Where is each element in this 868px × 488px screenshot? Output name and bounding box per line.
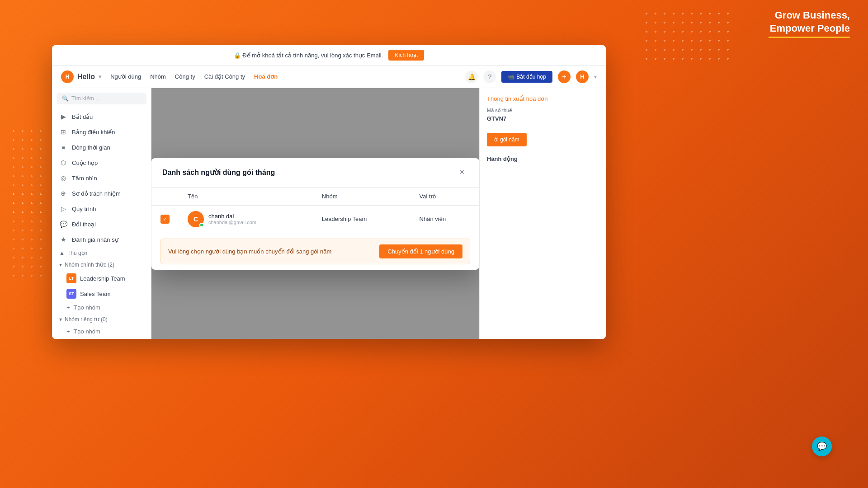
users-table: Tên Nhóm Vai trò ✓ xyxy=(151,188,479,233)
modal-title: Danh sách người dùng gói tháng xyxy=(162,168,275,177)
nav-settings[interactable]: Cài đặt Công ty xyxy=(204,73,245,80)
dots-decoration-left2 xyxy=(9,190,45,280)
verify-banner-text: 🔒 Để mở khoá tất cả tính năng, vui lòng … xyxy=(234,52,383,59)
sidebar-item-meetings[interactable]: ⬡ Cuộc họp xyxy=(52,155,151,170)
private-section-icon: ▾ xyxy=(59,316,62,323)
branding-underline xyxy=(769,37,850,38)
meetings-icon: ⬡ xyxy=(59,159,67,167)
responsibility-icon: ⊕ xyxy=(59,189,67,197)
nav-invoices[interactable]: Hoá đơn xyxy=(254,73,278,80)
leadership-team-avatar: LT xyxy=(66,273,76,283)
sidebar-evaluation-label: Đánh giá nhân sự xyxy=(72,236,118,243)
navbar-dropdown-icon[interactable]: ▾ xyxy=(99,74,101,80)
search-placeholder: Tìm kiếm ... xyxy=(71,95,100,102)
row-checkbox[interactable]: ✓ xyxy=(160,215,170,224)
sidebar-meetings-label: Cuộc họp xyxy=(72,160,98,166)
chat-icon: 💬 xyxy=(817,441,827,451)
sales-team-avatar: ST xyxy=(66,289,76,299)
leadership-team-label: Leadership Team xyxy=(80,275,125,282)
create-private-label: Tạo nhóm xyxy=(74,328,100,335)
chat-bubble-button[interactable]: 💬 xyxy=(812,436,832,456)
sidebar-vision-label: Tầm nhìn xyxy=(72,175,97,182)
row-checkbox-cell: ✓ xyxy=(151,205,179,233)
sidebar-collapse[interactable]: ▲ Thu gọn xyxy=(52,247,151,259)
table-row: ✓ C xyxy=(151,205,479,233)
branding-line2: Empower People xyxy=(769,22,850,35)
navbar-nav: Người dùng Nhóm Công ty Cài đặt Công ty … xyxy=(110,73,456,80)
modal-alert: Vui lòng chọn người dùng bạn muốn chuyển… xyxy=(160,239,470,264)
nav-groups[interactable]: Nhóm xyxy=(150,73,166,80)
user-list-modal: Danh sách người dùng gói tháng × Tên Nhó… xyxy=(151,158,479,270)
right-panel: Thông tin xuất hoá đơn Mã số thuế GTVN7 … xyxy=(479,88,606,339)
verify-banner: 🔒 Để mở khoá tất cả tính năng, vui lòng … xyxy=(52,45,606,66)
sidebar-item-process[interactable]: ▷ Quy trình xyxy=(52,201,151,216)
app-body: 🔍 Tìm kiếm ... ▶ Bắt đầu ⊞ Bảng điều khi… xyxy=(52,88,606,339)
sidebar-item-start[interactable]: ▶ Bắt đầu xyxy=(52,109,151,124)
convert-users-button[interactable]: Chuyển đổi 1 người dùng xyxy=(379,244,462,258)
dots-decoration-top xyxy=(642,9,732,63)
sidebar-item-responsibility[interactable]: ⊕ Sơ đồ trách nhiệm xyxy=(52,186,151,201)
user-cell: C chanh dai chanhdai@gmail.com xyxy=(188,211,304,227)
process-icon: ▷ xyxy=(59,205,67,213)
main-content: Danh sách người dùng gói tháng × Tên Nhó… xyxy=(151,88,479,339)
app-window: 🔒 Để mở khoá tất cả tính năng, vui lòng … xyxy=(52,45,606,339)
user-dropdown-icon[interactable]: ▾ xyxy=(594,74,597,80)
branding: Grow Business, Empower People xyxy=(769,9,850,38)
create-official-label: Tạo nhóm xyxy=(74,304,100,311)
sidebar-responsibility-label: Sơ đồ trách nhiệm xyxy=(72,190,121,197)
nav-company[interactable]: Công ty xyxy=(175,73,195,80)
sidebar-start-label: Bắt đầu xyxy=(72,113,93,120)
dialogue-icon: 💬 xyxy=(59,220,67,228)
navbar-logo: H Hello ▾ xyxy=(61,70,101,83)
search-icon: 🔍 xyxy=(62,95,69,102)
user-avatar-row: C xyxy=(188,211,204,227)
sidebar-private-section[interactable]: ▾ Nhóm riêng tư (0) xyxy=(52,314,151,325)
sidebar-item-vision[interactable]: ◎ Tầm nhìn xyxy=(52,170,151,186)
sidebar-item-timeline[interactable]: ≡ Dòng thời gian xyxy=(52,140,151,155)
create-private-icon: + xyxy=(66,328,70,335)
sidebar-item-sales-team[interactable]: ST Sales Team xyxy=(52,286,151,301)
help-button[interactable]: ? xyxy=(483,70,496,83)
navbar-brand-name: Hello xyxy=(77,73,95,81)
branding-line1: Grow Business, xyxy=(769,9,850,22)
activate-button[interactable]: Kích hoạt xyxy=(388,50,424,61)
nav-users[interactable]: Người dùng xyxy=(110,73,141,80)
table-header-group: Nhóm xyxy=(313,188,410,206)
dashboard-icon: ⊞ xyxy=(59,128,67,136)
sales-team-label: Sales Team xyxy=(80,291,111,297)
add-button[interactable]: + xyxy=(558,70,571,83)
sidebar-create-private-group[interactable]: + Tạo nhóm xyxy=(52,325,151,338)
evaluation-icon: ★ xyxy=(59,235,67,244)
logo-icon: H xyxy=(61,70,74,83)
sidebar: 🔍 Tìm kiếm ... ▶ Bắt đầu ⊞ Bảng điều khi… xyxy=(52,88,151,339)
official-section-label: Nhóm chính thức (2) xyxy=(65,262,114,268)
sidebar-item-dialogue[interactable]: 💬 Đối thoại xyxy=(52,216,151,232)
upgrade-plan-button[interactable]: ới gói năm xyxy=(487,133,527,146)
user-avatar[interactable]: H xyxy=(576,70,589,83)
private-section-label: Nhóm riêng tư (0) xyxy=(65,316,108,323)
sidebar-create-official-group[interactable]: + Tạo nhóm xyxy=(52,301,151,314)
row-role-cell: Nhân viên xyxy=(410,205,479,233)
sidebar-item-evaluation[interactable]: ★ Đánh giá nhân sự xyxy=(52,232,151,247)
start-meeting-button[interactable]: 📹 Bắt đầu họp xyxy=(501,71,552,83)
action-label: Hành động xyxy=(487,155,599,162)
modal-body: Tên Nhóm Vai trò ✓ xyxy=(151,188,479,270)
table-header-checkbox xyxy=(151,188,179,206)
create-official-icon: + xyxy=(66,304,70,311)
user-name: chanh dai xyxy=(208,213,256,220)
timeline-icon: ≡ xyxy=(59,143,67,151)
official-section-icon: ▾ xyxy=(59,262,62,268)
invoice-info-title: Thông tin xuất hoá đơn xyxy=(487,95,599,102)
vision-icon: ◎ xyxy=(59,174,67,182)
action-section: Hành động xyxy=(487,155,599,162)
modal-header: Danh sách người dùng gói tháng × xyxy=(151,158,479,188)
modal-close-button[interactable]: × xyxy=(456,166,468,179)
sidebar-item-leadership-team[interactable]: LT Leadership Team xyxy=(52,271,151,286)
sidebar-search[interactable]: 🔍 Tìm kiếm ... xyxy=(57,93,146,104)
navbar-actions: 🔔 ? 📹 Bắt đầu họp + H ▾ xyxy=(465,70,597,83)
sidebar-item-dashboard[interactable]: ⊞ Bảng điều khiển xyxy=(52,124,151,140)
sidebar-official-section[interactable]: ▾ Nhóm chính thức (2) xyxy=(52,259,151,271)
notifications-button[interactable]: 🔔 xyxy=(465,70,478,83)
tax-value: GTVN7 xyxy=(487,115,599,122)
collapse-label: Thu gọn xyxy=(67,250,87,256)
